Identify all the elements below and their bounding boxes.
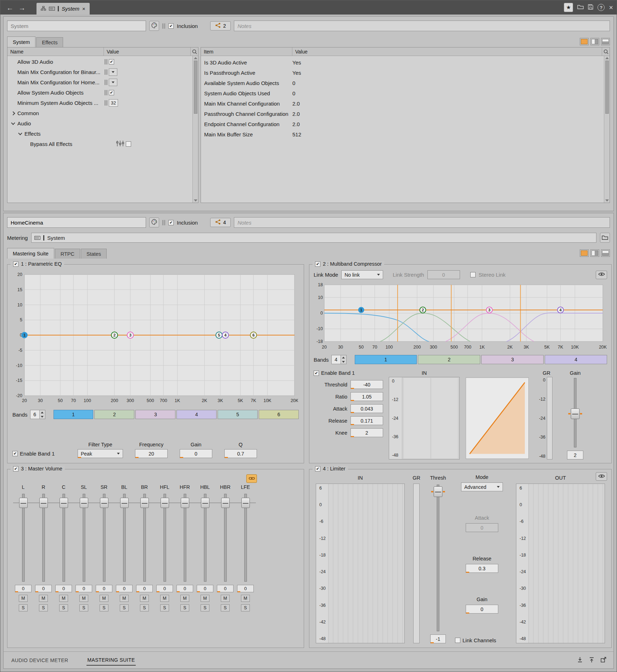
table-row[interactable]: Is 3D Audio ActiveYes [201, 57, 604, 68]
table-row[interactable]: Allow 3D Audio [7, 57, 192, 67]
table-row[interactable]: System Audio Objects Used0 [201, 88, 604, 98]
compressor-band-4-button[interactable]: 4 [545, 355, 607, 364]
channel-volume-field[interactable]: 0 [136, 585, 153, 592]
tab-rtpc[interactable]: RTPC [55, 249, 80, 259]
attack-field[interactable]: 0.043 [350, 404, 383, 413]
mute-button[interactable]: M [221, 595, 230, 602]
release-field[interactable]: 0.171 [350, 416, 383, 425]
eq-band-marker[interactable]: 2 [111, 332, 118, 338]
compressor-band-1-button[interactable]: 1 [355, 355, 417, 364]
mute-button[interactable]: M [59, 595, 68, 602]
knee-field[interactable]: 2 [350, 428, 383, 437]
import-icon[interactable] [577, 657, 583, 664]
table-row[interactable]: Allow System Audio Objects [7, 87, 192, 98]
eq-band-5-button[interactable]: 5 [218, 410, 258, 419]
spin-down-arrow[interactable] [40, 414, 45, 419]
object-name-input[interactable] [7, 217, 146, 228]
search-button[interactable] [602, 47, 610, 56]
ratio-field[interactable]: 1.05 [350, 392, 383, 401]
mute-button[interactable]: M [100, 595, 108, 602]
solo-button[interactable]: S [100, 604, 108, 611]
compressor-band-marker[interactable]: 1 [358, 307, 364, 313]
compressor-enable-checkbox[interactable] [315, 261, 320, 267]
enable-band-1-checkbox[interactable] [314, 371, 319, 376]
solo-button[interactable]: S [160, 604, 169, 611]
mute-button[interactable]: M [241, 595, 250, 602]
bands-spinner[interactable]: 4 [331, 355, 347, 364]
name-column-header[interactable]: Name [7, 47, 104, 56]
channel-fader[interactable] [96, 493, 112, 582]
table-row[interactable]: Is Passthrough ActiveYes [201, 68, 604, 78]
eq-band-marker[interactable]: 6 [250, 332, 257, 338]
link-channels-button[interactable] [246, 474, 257, 483]
channel-volume-field[interactable]: 0 [197, 585, 213, 592]
threshold-field[interactable]: -1 [430, 634, 446, 643]
sharesets-button[interactable]: 4 [210, 218, 231, 227]
bypass-all-effects-checkbox[interactable] [126, 141, 131, 147]
threshold-slider[interactable] [432, 484, 444, 632]
inclusion-checkbox[interactable] [168, 220, 174, 225]
channel-fader[interactable] [238, 493, 253, 582]
mute-button[interactable]: M [120, 595, 129, 602]
channel-fader[interactable] [177, 493, 193, 582]
solo-button[interactable]: S [201, 604, 209, 611]
solo-monitor-button[interactable] [596, 271, 607, 279]
favorites-button[interactable]: ★ [564, 3, 573, 12]
channel-fader[interactable] [36, 493, 51, 582]
channel-fader[interactable] [56, 493, 72, 582]
tab-close-icon[interactable]: × [82, 6, 85, 12]
value-column-header[interactable]: Value [292, 47, 602, 56]
gain-field[interactable]: 0 [180, 449, 212, 458]
help-button[interactable]: ? [598, 4, 605, 11]
export-icon[interactable] [589, 657, 594, 664]
eq-band-4-button[interactable]: 4 [176, 410, 217, 419]
config-dropdown[interactable] [109, 68, 117, 76]
mute-button[interactable]: M [180, 595, 189, 602]
rtpc-pin-icon[interactable] [162, 220, 165, 226]
min-system-audio-objects-field[interactable]: 32 [109, 99, 118, 107]
notes-input[interactable] [234, 217, 610, 228]
vertical-scrollbar[interactable] [604, 56, 610, 203]
eq-enable-checkbox[interactable] [13, 261, 18, 267]
mute-button[interactable]: M [39, 595, 48, 602]
spin-up-arrow[interactable] [341, 355, 346, 360]
sharesets-button[interactable]: 2 [210, 21, 231, 30]
expander-icon[interactable] [11, 111, 15, 115]
layout-split-horizontal-button[interactable] [601, 38, 610, 45]
rtpc-pin-icon[interactable] [105, 59, 107, 65]
scroll-up-arrow[interactable] [194, 57, 197, 59]
tab-states[interactable]: States [81, 249, 107, 259]
config-dropdown[interactable] [109, 79, 117, 86]
solo-button[interactable]: S [180, 604, 189, 611]
compressor-band-marker[interactable]: 2 [420, 307, 426, 313]
eq-band-2-button[interactable]: 2 [94, 410, 134, 419]
color-palette-button[interactable] [149, 21, 159, 31]
eq-band-marker[interactable]: 4 [222, 332, 229, 338]
master-volume-enable-checkbox[interactable] [13, 466, 18, 471]
channel-volume-field[interactable]: 0 [75, 585, 92, 592]
open-project-button[interactable] [577, 4, 584, 11]
inclusion-checkbox[interactable] [168, 23, 174, 29]
table-row[interactable]: Minimum System Audio Objects ... 32 [7, 98, 192, 108]
color-palette-button[interactable] [149, 218, 159, 227]
bands-spinner[interactable]: 6 [30, 410, 45, 419]
channel-volume-field[interactable]: 0 [237, 585, 254, 592]
table-row[interactable]: Main Mix Channel Configuration2.0 [201, 98, 604, 109]
parametric-eq-graph[interactable]: 20151050-5-10-15-20 20305070100200300500… [12, 272, 298, 406]
limiter-enable-checkbox[interactable] [315, 466, 320, 471]
scroll-down-arrow[interactable] [194, 199, 197, 202]
notes-input[interactable] [234, 21, 610, 31]
enable-band-1-checkbox[interactable] [12, 451, 18, 456]
channel-fader[interactable] [76, 493, 92, 582]
layout-split-vertical-button[interactable] [590, 249, 599, 257]
solo-button[interactable]: S [221, 604, 230, 611]
forward-button[interactable]: → [16, 2, 28, 13]
solo-button[interactable]: S [140, 604, 149, 611]
mute-button[interactable]: M [201, 595, 209, 602]
rtpc-pin-icon[interactable] [105, 79, 107, 85]
object-name-input[interactable] [7, 21, 146, 31]
solo-button[interactable]: S [241, 604, 250, 611]
q-field[interactable]: 0.7 [224, 449, 257, 458]
table-row[interactable]: Main Mix Configuration for Home... [7, 77, 192, 87]
mute-button[interactable]: M [140, 595, 149, 602]
